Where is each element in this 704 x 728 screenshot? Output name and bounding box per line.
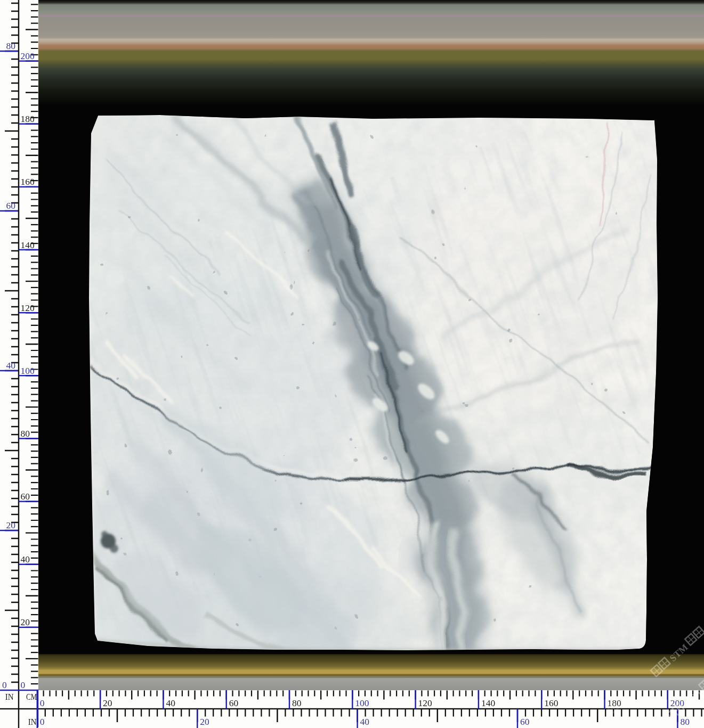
svg-text:60: 60 xyxy=(520,716,530,727)
svg-text:80: 80 xyxy=(21,428,30,439)
svg-text:100: 100 xyxy=(355,698,369,708)
svg-text:0: 0 xyxy=(40,698,45,708)
svg-text:180: 180 xyxy=(21,113,35,124)
svg-text:0: 0 xyxy=(2,680,7,690)
svg-text:20: 20 xyxy=(6,520,16,530)
svg-text:100: 100 xyxy=(21,365,35,376)
svg-text:60: 60 xyxy=(229,698,239,708)
svg-text:160: 160 xyxy=(21,176,35,187)
svg-text:40: 40 xyxy=(6,360,16,371)
svg-text:80: 80 xyxy=(292,698,302,708)
svg-text:80: 80 xyxy=(680,716,690,727)
svg-text:0: 0 xyxy=(21,680,26,690)
svg-text:IN: IN xyxy=(28,717,37,727)
svg-text:120: 120 xyxy=(418,698,433,708)
svg-text:20: 20 xyxy=(200,716,209,727)
svg-text:20: 20 xyxy=(21,617,30,627)
svg-text:80: 80 xyxy=(6,40,16,51)
svg-text:20: 20 xyxy=(103,698,112,708)
svg-text:IN: IN xyxy=(5,692,14,702)
svg-text:CM: CM xyxy=(26,692,37,702)
svg-text:120: 120 xyxy=(21,302,35,313)
svg-text:140: 140 xyxy=(21,240,35,250)
svg-text:40: 40 xyxy=(166,698,175,708)
svg-text:160: 160 xyxy=(544,698,558,708)
svg-text:40: 40 xyxy=(360,716,370,727)
svg-text:40: 40 xyxy=(21,554,30,565)
svg-text:200: 200 xyxy=(21,51,35,61)
svg-text:60: 60 xyxy=(21,491,30,502)
svg-text:0: 0 xyxy=(40,716,45,727)
svg-text:60: 60 xyxy=(6,200,16,211)
svg-text:140: 140 xyxy=(481,698,496,708)
